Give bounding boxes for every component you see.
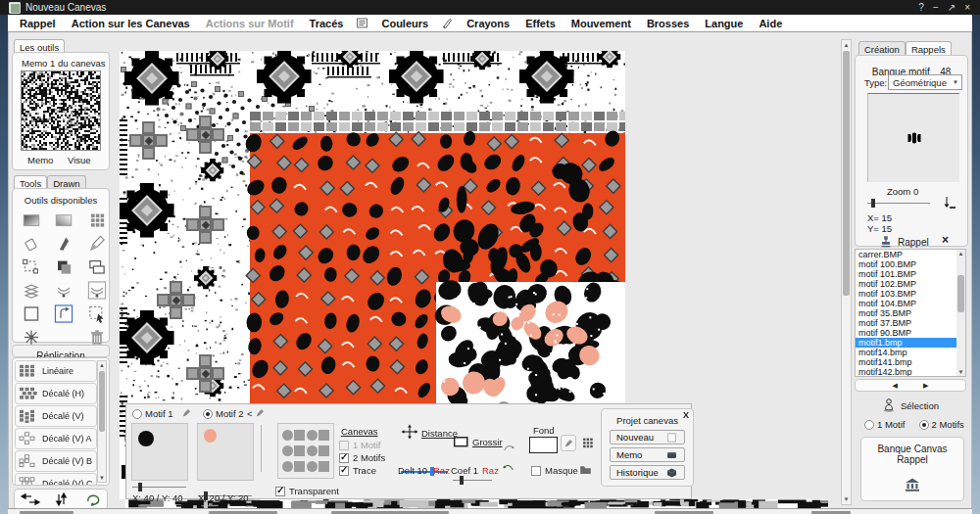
file-list-scrollbar[interactable]: ▲ ▼	[956, 250, 965, 376]
radio-2-motifs[interactable]: 2 Motifs	[919, 419, 964, 430]
motif2-preview[interactable]	[197, 423, 254, 481]
stack-tool[interactable]	[21, 281, 42, 300]
menu-mouvement[interactable]: Mouvement	[564, 18, 639, 29]
mirror-v-boxed-tool[interactable]	[86, 281, 108, 300]
menu-actions-sur-motif[interactable]: Actions sur Motif	[198, 18, 302, 29]
gradient-corner-tool[interactable]	[53, 210, 74, 229]
scroll-down-icon[interactable]: ▼	[956, 368, 965, 376]
motif1-size-slider[interactable]	[132, 483, 186, 491]
replication-lin-aire[interactable]: Linéaire	[15, 360, 97, 382]
gradient-tool[interactable]	[21, 210, 42, 229]
file-motif-90-bmp[interactable]: motif 90.BMP	[856, 328, 965, 338]
file-motif141-bmp[interactable]: motif141.bmp	[856, 357, 965, 367]
projet-close-icon[interactable]: X	[683, 410, 689, 420]
grid-icon[interactable]	[581, 437, 595, 449]
file-motif-100-bmp[interactable]: motif 100.BMP	[856, 259, 965, 269]
menu-crayons[interactable]: Crayons	[459, 18, 517, 29]
scroll-up-icon[interactable]: ▲	[98, 361, 106, 369]
polygon-select-tool[interactable]	[21, 257, 42, 276]
knife-tool[interactable]	[53, 234, 74, 253]
redo-curl-icon[interactable]	[501, 461, 516, 475]
layers-tool[interactable]	[53, 257, 74, 276]
file-motif14-bmp[interactable]: motif14.bmp	[856, 348, 965, 357]
replication-d-cal-v[interactable]: Décalé (V)	[15, 405, 97, 427]
replication-d-cal-v-b[interactable]: Décalé (V) B	[15, 450, 97, 472]
menu-langue[interactable]: Langue	[697, 18, 751, 29]
file-motif1-bmp[interactable]: motif1.bmp	[856, 338, 965, 348]
file-motif-37-bmp[interactable]: motif 37.BMP	[856, 318, 965, 328]
replication-preview[interactable]	[277, 423, 334, 479]
undo-curl-icon[interactable]	[501, 442, 516, 455]
grossir-slider[interactable]	[453, 476, 492, 485]
file-motif-102-bmp[interactable]: motif 102.BMP	[856, 279, 965, 289]
tab-creation[interactable]: Création	[858, 41, 906, 56]
pencil-tool[interactable]	[86, 234, 108, 253]
projet-nouveau-button[interactable]: Nouveau	[610, 430, 685, 444]
swap-horizontal-icon[interactable]	[18, 491, 43, 507]
close-button[interactable]: ×	[964, 1, 970, 14]
scroll-up-icon[interactable]: ▲	[956, 250, 965, 257]
folder-icon[interactable]	[578, 463, 593, 476]
rappel-button[interactable]: Rappel	[879, 235, 929, 249]
fond-pen-button[interactable]	[561, 435, 576, 451]
replication-d-cal-h[interactable]: Décalé (H)	[15, 383, 97, 404]
minimize-button[interactable]: −	[933, 1, 939, 14]
menu-aide[interactable]: Aide	[751, 18, 790, 29]
close-motif-icon[interactable]: ×	[942, 233, 949, 247]
menu-action-sur-les-canevas[interactable]: Action sur les Canevas	[64, 18, 198, 29]
zoom-slider[interactable]	[867, 199, 930, 208]
rotate-selected-tool[interactable]	[53, 304, 74, 323]
canevas-option-2-motifs[interactable]: 2 Motifs	[339, 452, 385, 463]
maximize-button[interactable]: ↗	[948, 1, 956, 14]
grid-tool[interactable]	[86, 210, 108, 229]
swap-vertical-icon[interactable]	[48, 491, 74, 507]
help-button[interactable]: ?	[918, 1, 924, 14]
next-file-icon[interactable]: ▶	[923, 382, 928, 390]
distance-raz-button[interactable]: Raz	[433, 465, 450, 476]
memo-button[interactable]: Memo	[27, 155, 53, 165]
scroll-down-icon[interactable]: ▼	[98, 474, 106, 482]
transparent-checkbox[interactable]: Transparent	[275, 486, 339, 496]
motif-preview[interactable]	[867, 93, 959, 182]
file-motif142-bmp[interactable]: motif142.bmp	[856, 367, 965, 377]
list-icon[interactable]	[356, 17, 368, 29]
file-carrer-bmp[interactable]: carrer.BMP	[856, 250, 965, 259]
menu-effets[interactable]: Effets	[517, 18, 564, 29]
radio-1-motif[interactable]: 1 Motif	[864, 419, 906, 430]
right-panel-scrollbar[interactable]: ▲ ▼	[841, 39, 852, 505]
menu-rappel[interactable]: Rappel	[12, 18, 64, 29]
canevas-option-trace[interactable]: Trace	[339, 465, 385, 476]
masque-checkbox[interactable]: Masque	[531, 465, 578, 476]
file-motif-35-bmp[interactable]: motif 35.BMP	[856, 308, 965, 318]
radio-motif-2[interactable]: Motif 2	[203, 408, 244, 419]
rotate-object-icon[interactable]	[78, 491, 104, 507]
replication-d-cal-v-a[interactable]: Décalé (V) A	[15, 428, 97, 449]
eraser-tool[interactable]	[21, 234, 42, 253]
radio-motif-1[interactable]: Motif 1	[132, 408, 173, 419]
file-motif-101-bmp[interactable]: motif 101.BMP	[856, 269, 965, 279]
grossir-raz-button[interactable]: Raz	[482, 465, 499, 476]
prev-file-icon[interactable]: ◀	[893, 382, 898, 390]
pencil-icon[interactable]	[181, 406, 192, 419]
projet-historique-button[interactable]: Historique	[610, 465, 685, 480]
bank-icon[interactable]	[904, 477, 921, 492]
tab-rappels[interactable]: Rappels	[906, 41, 952, 56]
scroll-down-icon[interactable]: ▼	[842, 495, 851, 503]
file-motif-104-bmp[interactable]: motif 104.BMP	[856, 299, 965, 308]
file-motif-103-bmp[interactable]: motif 103.BMP	[856, 289, 965, 299]
replication-d-cal-v-c[interactable]: Décalé (V) C	[15, 473, 97, 486]
canevas-option-1-motif[interactable]: 1 Motif	[339, 440, 385, 450]
drop-line-icon[interactable]	[942, 195, 957, 210]
pen-icon[interactable]	[441, 17, 454, 29]
type-select[interactable]: Géométrique ▼	[888, 74, 962, 90]
replication-scrollbar[interactable]: ▲ ▼	[97, 360, 107, 483]
scroll-up-icon[interactable]: ▲	[842, 41, 851, 49]
memo-thumbnail[interactable]	[21, 70, 101, 151]
motif1-preview[interactable]	[131, 423, 188, 481]
rectangles-tool[interactable]	[86, 257, 108, 276]
menu-trac-s[interactable]: Tracés	[302, 18, 352, 29]
menu-couleurs[interactable]: Couleurs	[373, 18, 436, 29]
menu-brosses[interactable]: Brosses	[639, 18, 697, 29]
projet-memo-button[interactable]: Memo	[610, 447, 685, 462]
fond-swatch[interactable]	[529, 437, 558, 453]
